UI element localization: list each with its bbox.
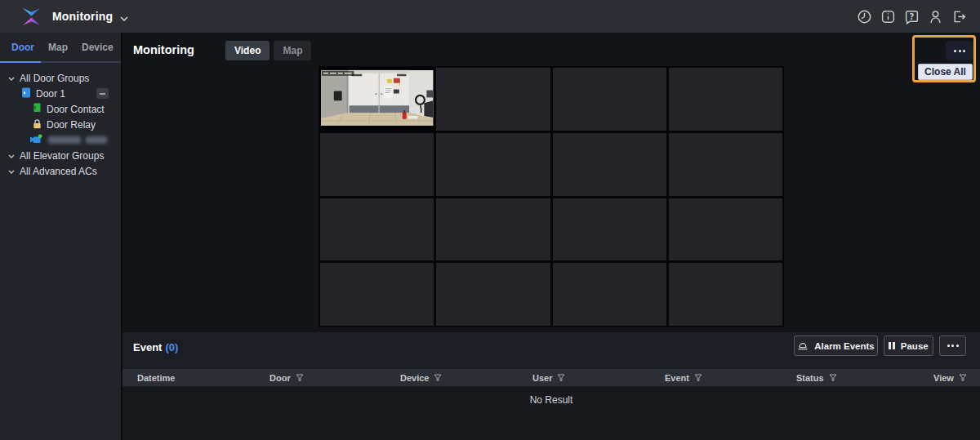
redacted-camera-name <box>86 136 107 144</box>
tree-item-all-door-groups[interactable]: All Door Groups <box>0 70 121 86</box>
pause-label: Pause <box>901 341 929 351</box>
column-view: View <box>933 373 980 383</box>
alarm-events-button[interactable]: Alarm Events <box>794 336 878 356</box>
tree-item-camera[interactable] <box>0 132 121 148</box>
lock-icon <box>33 118 42 131</box>
more-options-icon <box>954 50 956 52</box>
tree-item-all-elevator-groups[interactable]: All Elevator Groups <box>0 148 121 163</box>
monitoring-main: Monitoring Video Map <box>122 33 980 332</box>
more-options-icon <box>956 344 959 347</box>
filter-icon[interactable] <box>959 373 967 383</box>
tab-door[interactable]: Door <box>11 33 34 61</box>
video-cell-live[interactable] <box>320 68 434 131</box>
device-tree: All Door Groups Door 1 Door Contact <box>0 70 121 179</box>
video-cell-empty[interactable] <box>553 263 666 326</box>
column-device: Device <box>400 373 532 383</box>
more-options-icon <box>947 344 950 347</box>
video-cell-empty[interactable] <box>669 68 782 131</box>
account-icon[interactable] <box>924 6 947 28</box>
event-panel: Event(0) Alarm Events Pause Datetime Doo… <box>122 332 980 440</box>
event-title-text: Event <box>133 341 162 353</box>
event-more-options-button[interactable] <box>939 336 966 356</box>
video-cell-empty[interactable] <box>553 198 666 261</box>
svg-text:?: ? <box>910 11 915 20</box>
tree-item-door-1[interactable]: Door 1 <box>0 86 121 101</box>
pause-icon <box>889 342 895 349</box>
video-cell-empty[interactable] <box>436 263 550 326</box>
column-door: Door <box>270 373 400 383</box>
chevron-down-icon[interactable] <box>120 10 128 24</box>
topbar: Monitoring ? <box>0 0 980 33</box>
brand-x-logo-icon[interactable] <box>21 7 42 27</box>
video-cell-empty[interactable] <box>553 133 666 196</box>
topbar-icon-group: ? <box>853 6 970 28</box>
door-contact-icon <box>33 103 42 115</box>
filter-icon[interactable] <box>694 373 702 383</box>
video-cell-empty[interactable] <box>669 263 782 326</box>
video-cell-empty[interactable] <box>320 198 434 261</box>
camera-icon <box>29 134 43 147</box>
page-title: Monitoring <box>133 43 194 56</box>
video-view-button[interactable]: Video <box>225 41 270 60</box>
video-cell-empty[interactable] <box>436 133 550 196</box>
chevron-down-icon <box>8 150 15 162</box>
sidebar: Door Map Device All Door Groups Door 1 <box>0 33 122 440</box>
help-icon[interactable]: ? <box>901 6 923 28</box>
empty-state-text: No Result <box>122 394 980 406</box>
chevron-down-icon <box>8 166 15 177</box>
filter-icon[interactable] <box>434 373 442 383</box>
tab-map[interactable]: Map <box>48 33 68 61</box>
video-cell-empty[interactable] <box>320 263 434 326</box>
info-icon[interactable] <box>877 6 899 28</box>
close-all-menu-item[interactable]: Close All <box>918 64 973 80</box>
alarm-events-label: Alarm Events <box>814 341 875 351</box>
filter-icon[interactable] <box>296 373 304 383</box>
collapse-minus-button[interactable] <box>96 88 109 99</box>
more-options-icon <box>963 50 965 52</box>
column-datetime: Datetime <box>137 373 270 383</box>
tree-item-all-advanced-acs[interactable]: All Advanced ACs <box>0 163 121 179</box>
video-grid <box>318 66 784 327</box>
video-cell-empty[interactable] <box>669 198 782 261</box>
column-status: Status <box>796 373 933 383</box>
event-count-badge: (0) <box>165 341 178 353</box>
door-icon <box>21 87 31 100</box>
map-view-button[interactable]: Map <box>274 41 311 60</box>
chevron-down-icon <box>8 73 15 84</box>
alarm-icon <box>797 340 808 352</box>
event-panel-title: Event(0) <box>133 341 178 353</box>
redacted-camera-name <box>48 136 81 144</box>
more-options-icon <box>951 344 954 347</box>
column-user: User <box>532 373 665 383</box>
filter-icon[interactable] <box>557 373 565 383</box>
video-cell-empty[interactable] <box>669 133 782 196</box>
video-cell-empty[interactable] <box>320 133 434 196</box>
column-event: Event <box>665 373 796 383</box>
time-icon[interactable] <box>853 6 875 28</box>
camera-feed <box>320 68 434 131</box>
video-cell-empty[interactable] <box>436 198 550 261</box>
pause-button[interactable]: Pause <box>884 336 933 356</box>
filter-icon[interactable] <box>829 373 837 383</box>
tab-device[interactable]: Device <box>82 33 114 61</box>
video-cell-empty[interactable] <box>553 68 666 131</box>
app-title[interactable]: Monitoring <box>52 10 113 23</box>
logout-icon[interactable] <box>948 6 970 28</box>
video-more-options-button[interactable] <box>946 41 973 60</box>
video-cell-empty[interactable] <box>436 68 550 131</box>
view-toggle: Video Map <box>225 41 311 60</box>
sidebar-tabs: Door Map Device <box>0 33 121 63</box>
more-options-icon <box>959 50 961 52</box>
tree-item-door-contact[interactable]: Door Contact <box>0 101 121 117</box>
event-table-header: Datetime Door Device User Event Status V… <box>122 369 980 386</box>
tree-item-door-relay[interactable]: Door Relay <box>0 117 121 132</box>
event-table-body: No Result <box>122 386 980 440</box>
